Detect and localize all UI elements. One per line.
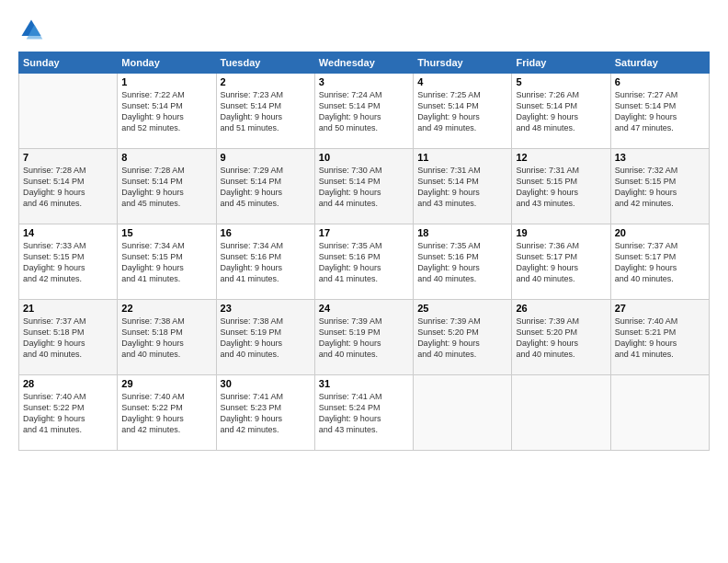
weekday-tuesday: Tuesday: [216, 52, 314, 74]
day-info: Sunrise: 7:27 AM Sunset: 5:14 PM Dayligh…: [615, 89, 705, 134]
day-info: Sunrise: 7:30 AM Sunset: 5:14 PM Dayligh…: [319, 165, 409, 210]
weekday-wednesday: Wednesday: [314, 52, 413, 74]
day-cell: 12Sunrise: 7:31 AM Sunset: 5:15 PM Dayli…: [512, 149, 610, 224]
day-cell: 7Sunrise: 7:28 AM Sunset: 5:14 PM Daylig…: [19, 149, 118, 224]
day-number: 2: [221, 76, 311, 87]
day-info: Sunrise: 7:28 AM Sunset: 5:14 PM Dayligh…: [23, 165, 113, 210]
day-info: Sunrise: 7:32 AM Sunset: 5:15 PM Dayligh…: [615, 165, 705, 210]
day-cell: 24Sunrise: 7:39 AM Sunset: 5:19 PM Dayli…: [314, 300, 413, 375]
day-number: 22: [121, 303, 211, 314]
day-number: 19: [516, 227, 606, 238]
day-number: 4: [417, 76, 507, 87]
day-number: 17: [319, 227, 409, 238]
day-number: 25: [417, 303, 507, 314]
day-number: 10: [319, 152, 409, 163]
day-number: 15: [121, 227, 211, 238]
day-info: Sunrise: 7:41 AM Sunset: 5:24 PM Dayligh…: [319, 391, 409, 436]
day-info: Sunrise: 7:25 AM Sunset: 5:14 PM Dayligh…: [417, 89, 507, 134]
day-number: 21: [23, 303, 113, 314]
day-cell: 3Sunrise: 7:24 AM Sunset: 5:14 PM Daylig…: [314, 74, 413, 149]
day-info: Sunrise: 7:38 AM Sunset: 5:19 PM Dayligh…: [221, 316, 311, 361]
day-cell: 1Sunrise: 7:22 AM Sunset: 5:14 PM Daylig…: [118, 74, 216, 149]
day-number: 7: [23, 152, 113, 163]
day-info: Sunrise: 7:29 AM Sunset: 5:14 PM Dayligh…: [221, 165, 311, 210]
page: SundayMondayTuesdayWednesdayThursdayFrid…: [0, 0, 728, 563]
day-info: Sunrise: 7:41 AM Sunset: 5:23 PM Dayligh…: [221, 391, 311, 436]
day-number: 23: [221, 303, 311, 314]
logo-icon: [18, 17, 44, 42]
day-cell: 28Sunrise: 7:40 AM Sunset: 5:22 PM Dayli…: [19, 375, 118, 451]
day-info: Sunrise: 7:31 AM Sunset: 5:14 PM Dayligh…: [417, 165, 507, 210]
day-cell: 15Sunrise: 7:34 AM Sunset: 5:15 PM Dayli…: [118, 224, 216, 300]
day-number: 1: [121, 76, 211, 87]
logo: [18, 17, 48, 42]
day-number: 6: [615, 76, 705, 87]
day-cell: 16Sunrise: 7:34 AM Sunset: 5:16 PM Dayli…: [216, 224, 314, 300]
day-cell: [414, 375, 512, 451]
weekday-monday: Monday: [118, 52, 216, 74]
week-row-1: 1Sunrise: 7:22 AM Sunset: 5:14 PM Daylig…: [19, 74, 710, 149]
day-cell: 20Sunrise: 7:37 AM Sunset: 5:17 PM Dayli…: [610, 224, 709, 300]
day-cell: [19, 74, 118, 149]
day-info: Sunrise: 7:37 AM Sunset: 5:18 PM Dayligh…: [23, 316, 113, 361]
day-number: 29: [121, 378, 211, 389]
day-cell: 14Sunrise: 7:33 AM Sunset: 5:15 PM Dayli…: [19, 224, 118, 300]
day-cell: 30Sunrise: 7:41 AM Sunset: 5:23 PM Dayli…: [216, 375, 314, 451]
day-info: Sunrise: 7:35 AM Sunset: 5:16 PM Dayligh…: [319, 240, 409, 285]
calendar-table: SundayMondayTuesdayWednesdayThursdayFrid…: [18, 52, 710, 451]
day-cell: 8Sunrise: 7:28 AM Sunset: 5:14 PM Daylig…: [118, 149, 216, 224]
day-info: Sunrise: 7:36 AM Sunset: 5:17 PM Dayligh…: [516, 240, 606, 285]
day-info: Sunrise: 7:31 AM Sunset: 5:15 PM Dayligh…: [516, 165, 606, 210]
day-cell: 22Sunrise: 7:38 AM Sunset: 5:18 PM Dayli…: [118, 300, 216, 375]
day-cell: 19Sunrise: 7:36 AM Sunset: 5:17 PM Dayli…: [512, 224, 610, 300]
day-info: Sunrise: 7:39 AM Sunset: 5:20 PM Dayligh…: [417, 316, 507, 361]
day-cell: 23Sunrise: 7:38 AM Sunset: 5:19 PM Dayli…: [216, 300, 314, 375]
day-cell: 11Sunrise: 7:31 AM Sunset: 5:14 PM Dayli…: [414, 149, 512, 224]
week-row-3: 14Sunrise: 7:33 AM Sunset: 5:15 PM Dayli…: [19, 224, 710, 300]
day-number: 3: [319, 76, 409, 87]
weekday-saturday: Saturday: [610, 52, 709, 74]
day-cell: 9Sunrise: 7:29 AM Sunset: 5:14 PM Daylig…: [216, 149, 314, 224]
day-cell: 29Sunrise: 7:40 AM Sunset: 5:22 PM Dayli…: [118, 375, 216, 451]
day-number: 8: [121, 152, 211, 163]
week-row-4: 21Sunrise: 7:37 AM Sunset: 5:18 PM Dayli…: [19, 300, 710, 375]
day-number: 9: [221, 152, 311, 163]
day-info: Sunrise: 7:24 AM Sunset: 5:14 PM Dayligh…: [319, 89, 409, 134]
day-info: Sunrise: 7:37 AM Sunset: 5:17 PM Dayligh…: [615, 240, 705, 285]
weekday-sunday: Sunday: [19, 52, 118, 74]
day-number: 24: [319, 303, 409, 314]
day-cell: 21Sunrise: 7:37 AM Sunset: 5:18 PM Dayli…: [19, 300, 118, 375]
day-info: Sunrise: 7:39 AM Sunset: 5:19 PM Dayligh…: [319, 316, 409, 361]
day-cell: 2Sunrise: 7:23 AM Sunset: 5:14 PM Daylig…: [216, 74, 314, 149]
day-cell: 13Sunrise: 7:32 AM Sunset: 5:15 PM Dayli…: [610, 149, 709, 224]
day-number: 28: [23, 378, 113, 389]
day-number: 13: [615, 152, 705, 163]
day-number: 26: [516, 303, 606, 314]
day-cell: 25Sunrise: 7:39 AM Sunset: 5:20 PM Dayli…: [414, 300, 512, 375]
day-number: 27: [615, 303, 705, 314]
day-info: Sunrise: 7:34 AM Sunset: 5:15 PM Dayligh…: [121, 240, 211, 285]
day-cell: 5Sunrise: 7:26 AM Sunset: 5:14 PM Daylig…: [512, 74, 610, 149]
day-number: 20: [615, 227, 705, 238]
day-info: Sunrise: 7:34 AM Sunset: 5:16 PM Dayligh…: [221, 240, 311, 285]
day-info: Sunrise: 7:38 AM Sunset: 5:18 PM Dayligh…: [121, 316, 211, 361]
day-info: Sunrise: 7:40 AM Sunset: 5:22 PM Dayligh…: [23, 391, 113, 436]
day-number: 11: [417, 152, 507, 163]
day-info: Sunrise: 7:40 AM Sunset: 5:21 PM Dayligh…: [615, 316, 705, 361]
day-number: 12: [516, 152, 606, 163]
weekday-thursday: Thursday: [414, 52, 512, 74]
day-info: Sunrise: 7:26 AM Sunset: 5:14 PM Dayligh…: [516, 89, 606, 134]
day-cell: 26Sunrise: 7:39 AM Sunset: 5:20 PM Dayli…: [512, 300, 610, 375]
day-info: Sunrise: 7:28 AM Sunset: 5:14 PM Dayligh…: [121, 165, 211, 210]
day-number: 14: [23, 227, 113, 238]
day-cell: [512, 375, 610, 451]
weekday-friday: Friday: [512, 52, 610, 74]
week-row-5: 28Sunrise: 7:40 AM Sunset: 5:22 PM Dayli…: [19, 375, 710, 451]
day-info: Sunrise: 7:39 AM Sunset: 5:20 PM Dayligh…: [516, 316, 606, 361]
day-number: 31: [319, 378, 409, 389]
day-info: Sunrise: 7:23 AM Sunset: 5:14 PM Dayligh…: [221, 89, 311, 134]
day-cell: [610, 375, 709, 451]
day-number: 5: [516, 76, 606, 87]
day-cell: 17Sunrise: 7:35 AM Sunset: 5:16 PM Dayli…: [314, 224, 413, 300]
week-row-2: 7Sunrise: 7:28 AM Sunset: 5:14 PM Daylig…: [19, 149, 710, 224]
